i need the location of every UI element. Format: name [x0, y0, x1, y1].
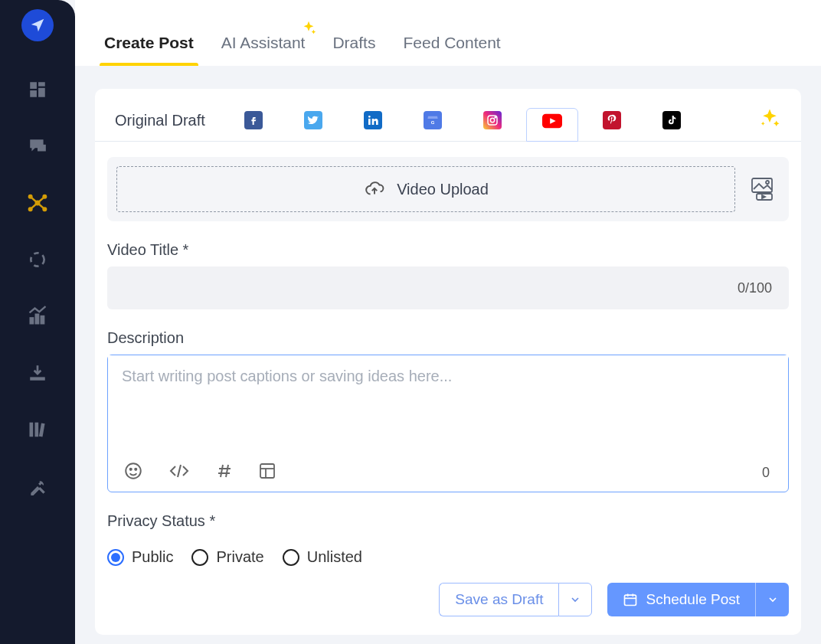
schedule-post-button[interactable]: Schedule Post [607, 583, 755, 616]
tab-drafts[interactable]: Drafts [322, 18, 386, 66]
hashtag-button[interactable] [215, 462, 234, 483]
footer-actions: Save as Draft Schedule Post [95, 566, 801, 616]
privacy-option-private[interactable]: Private [191, 548, 263, 566]
privacy-section: Privacy Status * Public Private Unlisted [95, 492, 801, 566]
tab-label: Feed Content [403, 34, 500, 51]
description-counter: 0 [762, 465, 773, 481]
svg-point-37 [135, 469, 136, 470]
svg-rect-21 [39, 423, 45, 437]
video-title-counter: 0/100 [738, 280, 772, 296]
svg-line-38 [178, 465, 181, 477]
upload-label: Video Upload [397, 181, 489, 198]
privacy-label: Privacy Status * [107, 512, 789, 530]
twitter-icon [307, 114, 319, 126]
template-button[interactable] [258, 462, 276, 483]
platform-tiktok[interactable] [642, 111, 702, 129]
platform-linkedin[interactable] [343, 111, 403, 129]
preview-thumbnail-button[interactable] [747, 175, 780, 204]
chevron-down-icon [767, 593, 779, 606]
emoji-icon [123, 461, 143, 481]
svg-point-11 [43, 195, 46, 198]
radio-label: Private [216, 548, 263, 566]
save-draft-button[interactable]: Save as Draft [439, 583, 558, 616]
svg-rect-16 [36, 315, 39, 324]
analytics-icon[interactable] [26, 305, 49, 328]
save-draft-group: Save as Draft [439, 583, 592, 616]
svg-line-42 [226, 465, 228, 477]
platform-youtube[interactable] [522, 108, 582, 133]
svg-rect-31 [752, 178, 772, 192]
tab-label: AI Assistant [221, 34, 306, 51]
download-icon[interactable] [26, 361, 49, 384]
tab-create-post[interactable]: Create Post [93, 18, 204, 66]
facebook-icon [247, 114, 260, 126]
svg-rect-46 [625, 595, 636, 605]
svg-point-36 [130, 469, 132, 470]
original-draft-label[interactable]: Original Draft [115, 112, 205, 129]
svg-rect-3 [30, 90, 37, 97]
video-title-field: 0/100 [107, 266, 789, 309]
youtube-icon [542, 113, 562, 129]
svg-point-32 [766, 181, 769, 184]
dashboard-icon[interactable] [26, 78, 49, 101]
svg-rect-4 [38, 145, 46, 152]
linkedin-icon [367, 114, 379, 126]
cloud-upload-icon [363, 179, 386, 199]
save-draft-dropdown[interactable] [558, 583, 592, 616]
svg-rect-22 [368, 119, 371, 125]
code-button[interactable] [168, 462, 191, 483]
svg-point-14 [31, 253, 44, 266]
tools-icon[interactable] [26, 475, 49, 498]
description-input[interactable] [108, 355, 788, 453]
platform-instagram[interactable] [463, 111, 522, 129]
privacy-option-unlisted[interactable]: Unlisted [283, 548, 362, 566]
paper-plane-icon [29, 17, 46, 34]
network-icon[interactable] [26, 191, 49, 214]
video-title-input[interactable] [107, 280, 738, 296]
emoji-button[interactable] [123, 461, 143, 484]
pinterest-icon [606, 114, 618, 126]
comments-icon[interactable] [26, 135, 49, 158]
svg-rect-19 [30, 423, 34, 437]
video-title-label: Video Title * [107, 241, 789, 259]
svg-point-35 [126, 463, 141, 479]
svg-point-27 [490, 118, 494, 122]
svg-rect-43 [260, 464, 274, 478]
radio-icon [191, 549, 208, 566]
radio-label: Public [132, 548, 173, 566]
ai-sparkle-button[interactable] [758, 107, 781, 133]
svg-line-41 [221, 465, 223, 477]
app-logo[interactable] [21, 9, 54, 41]
description-label: Description [107, 329, 789, 347]
tab-ai-assistant[interactable]: AI Assistant [211, 18, 316, 66]
radio-label: Unlisted [307, 548, 362, 566]
svg-point-10 [29, 195, 32, 198]
library-icon[interactable] [26, 418, 49, 441]
content-scroller[interactable]: Original Draft G [75, 66, 821, 644]
svg-rect-20 [35, 423, 39, 437]
circle-icon[interactable] [26, 248, 49, 271]
instagram-icon [486, 114, 499, 126]
svg-rect-1 [38, 82, 45, 86]
svg-rect-2 [38, 88, 45, 97]
svg-rect-17 [41, 316, 44, 323]
platform-twitter[interactable] [283, 111, 343, 129]
tab-label: Drafts [332, 34, 375, 51]
svg-point-13 [43, 208, 46, 211]
google-business-icon: G [427, 114, 439, 126]
svg-point-12 [29, 208, 32, 211]
svg-rect-15 [31, 318, 34, 323]
video-upload-dropzone[interactable]: Video Upload [116, 166, 735, 212]
svg-rect-0 [30, 82, 37, 89]
svg-rect-18 [30, 377, 45, 380]
tab-feed-content[interactable]: Feed Content [392, 18, 511, 66]
code-icon [168, 462, 191, 480]
platform-facebook[interactable] [224, 111, 283, 129]
platform-google-business[interactable]: G [403, 111, 463, 129]
description-box: 0 [107, 355, 789, 492]
schedule-post-dropdown[interactable] [755, 583, 789, 616]
platform-pinterest[interactable] [582, 111, 642, 129]
privacy-option-public[interactable]: Public [107, 548, 173, 566]
tiktok-icon [666, 114, 678, 126]
tab-label: Create Post [104, 34, 194, 51]
